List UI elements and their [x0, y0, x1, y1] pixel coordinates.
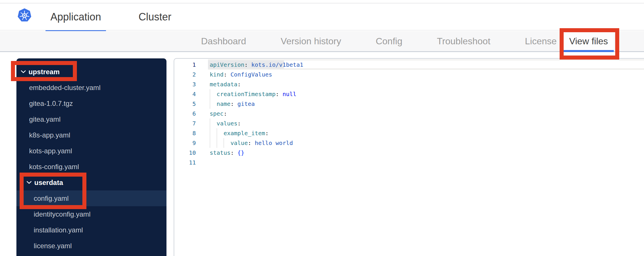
- chevron-down-icon: [21, 70, 26, 73]
- tab-view-files[interactable]: View files: [563, 32, 614, 52]
- code-line-text: status: {}: [210, 148, 244, 158]
- tree-item-label: k8s-app.yaml: [29, 131, 70, 139]
- line-number: 2: [174, 70, 196, 79]
- tree-file-installation.yaml[interactable]: installation.yaml: [16, 222, 166, 238]
- code-line-text: metadata:: [210, 79, 241, 89]
- tree-file-kots-config.yaml[interactable]: kots-config.yaml: [16, 159, 166, 175]
- token-val: gitea: [237, 100, 255, 107]
- line-number: 11: [174, 158, 196, 167]
- top-tab-label: Application: [50, 11, 101, 23]
- tree-item-label: license.yaml: [34, 242, 72, 250]
- tree-file-license.yaml[interactable]: license.yaml: [16, 238, 166, 254]
- token-ws: [210, 130, 223, 137]
- token-key: kind: [210, 71, 223, 78]
- tree-folder-upstream[interactable]: upstream: [16, 64, 166, 80]
- top-nav-bar: ApplicationCluster Management: [0, 0, 644, 30]
- token-p: :: [265, 130, 269, 137]
- token-ws: [210, 140, 230, 146]
- code-line-7[interactable]: 7 values:: [174, 119, 644, 128]
- token-p: :: [237, 81, 241, 88]
- token-key: status: [210, 149, 230, 156]
- tree-item-label: gitea-1.0.7.tgz: [29, 100, 73, 108]
- tree-file-k8s-app.yaml[interactable]: k8s-app.yaml: [16, 127, 166, 143]
- tree-folder-userdata[interactable]: userdata: [16, 175, 166, 190]
- line-number: 3: [174, 79, 196, 89]
- tree-file-identityconfig.yaml[interactable]: identityconfig.yaml: [16, 206, 166, 222]
- tree-file-embedded-cluster.yaml[interactable]: embedded-cluster.yaml: [16, 80, 166, 95]
- line-number: 7: [174, 119, 196, 128]
- token-kw: null: [283, 91, 296, 98]
- tree-item-label: installation.yaml: [34, 226, 83, 234]
- code-line-text: spec:: [210, 109, 227, 119]
- code-line-3[interactable]: 3metadata:: [174, 79, 644, 89]
- code-line-9[interactable]: 9 value: hello world: [174, 138, 644, 148]
- code-line-6[interactable]: 6spec:: [174, 109, 644, 119]
- tree-item-label: embedded-cluster.yaml: [29, 84, 101, 92]
- token-key: name: [217, 100, 230, 107]
- token-key: metadata: [210, 81, 237, 88]
- code-line-4[interactable]: 4 creationTimestamp: null: [174, 89, 644, 99]
- line-number: 1: [174, 60, 196, 70]
- top-nav-tabs: ApplicationCluster Management: [46, 3, 198, 30]
- token-ws: [210, 120, 217, 127]
- line-number: 4: [174, 89, 196, 99]
- tree-file-gitea.yaml[interactable]: gitea.yaml: [16, 111, 166, 127]
- code-line-text: value: hello world: [210, 138, 293, 148]
- code-line-text: values:: [210, 119, 241, 128]
- code-editor-content: 1apiVersion: kots.io/v1beta12kind: Confi…: [174, 59, 644, 256]
- tree-file-config.yaml[interactable]: config.yaml: [16, 190, 166, 206]
- token-p: :: [244, 61, 251, 68]
- line-number: 6: [174, 109, 196, 119]
- tree-item-label: gitea.yaml: [29, 115, 60, 123]
- code-line-2[interactable]: 2kind: ConfigValues: [174, 70, 644, 79]
- token-val: hello world: [255, 140, 293, 146]
- code-line-11[interactable]: 11: [174, 158, 644, 167]
- code-line-1[interactable]: 1apiVersion: kots.io/v1beta1: [174, 60, 644, 70]
- code-editor[interactable]: 1apiVersion: kots.io/v1beta12kind: Confi…: [174, 58, 644, 256]
- tab-version-history[interactable]: Version history: [281, 31, 341, 51]
- tab-license[interactable]: License: [525, 31, 557, 51]
- code-line-text: name: gitea: [210, 99, 255, 109]
- token-p: :: [237, 120, 241, 127]
- token-val: ConfigValues: [230, 71, 272, 78]
- line-number: 5: [174, 99, 196, 109]
- app-tabs: DashboardVersion historyConfigTroublesho…: [201, 31, 557, 51]
- line-number: 8: [174, 128, 196, 138]
- token-key: creationTimestamp: [217, 91, 276, 98]
- token-key: spec: [210, 110, 223, 117]
- top-tab-cluster-management[interactable]: Cluster Management: [112, 3, 198, 30]
- tab-dashboard[interactable]: Dashboard: [201, 31, 246, 51]
- token-p: :: [223, 71, 230, 78]
- code-line-5[interactable]: 5 name: gitea: [174, 99, 644, 109]
- tab-config[interactable]: Config: [376, 31, 402, 51]
- token-p: :: [276, 91, 283, 98]
- tab-troubleshoot[interactable]: Troubleshoot: [437, 31, 490, 51]
- token-key: value: [230, 140, 248, 146]
- tree-file-gitea-1.0.7.tgz[interactable]: gitea-1.0.7.tgz: [16, 95, 166, 111]
- code-line-text: kind: ConfigValues: [210, 70, 272, 79]
- line-number: 10: [174, 148, 196, 158]
- code-line-8[interactable]: 8 example_item:: [174, 128, 644, 138]
- top-tab-application[interactable]: Application: [46, 3, 106, 30]
- token-key: apiVersion: [210, 61, 244, 68]
- token-ws: [210, 100, 217, 107]
- tree-item-label: upstream: [29, 68, 60, 76]
- token-key: values: [217, 120, 237, 127]
- code-line-text: example_item:: [210, 128, 269, 138]
- token-p: :: [248, 140, 255, 146]
- token-p: :: [223, 110, 227, 117]
- token-val: kots.io/v1beta1: [251, 61, 304, 68]
- tree-item-label: userdata: [34, 179, 63, 187]
- token-p: :: [230, 149, 237, 156]
- tree-file-kots-app.yaml[interactable]: kots-app.yaml: [16, 143, 166, 159]
- app-tab-bar: DashboardVersion historyConfigTroublesho…: [0, 31, 644, 52]
- code-line-10[interactable]: 10status: {}: [174, 148, 644, 158]
- tree-item-label: kots-app.yaml: [29, 147, 72, 155]
- token-ws: [210, 91, 217, 98]
- tree-item-label: config.yaml: [34, 194, 69, 202]
- chevron-down-icon: [26, 181, 32, 184]
- line-number: 9: [174, 138, 196, 148]
- code-line-text: apiVersion: kots.io/v1beta1: [210, 60, 303, 70]
- code-line-text: creationTimestamp: null: [210, 89, 296, 99]
- tree-item-label: kots-config.yaml: [29, 163, 79, 171]
